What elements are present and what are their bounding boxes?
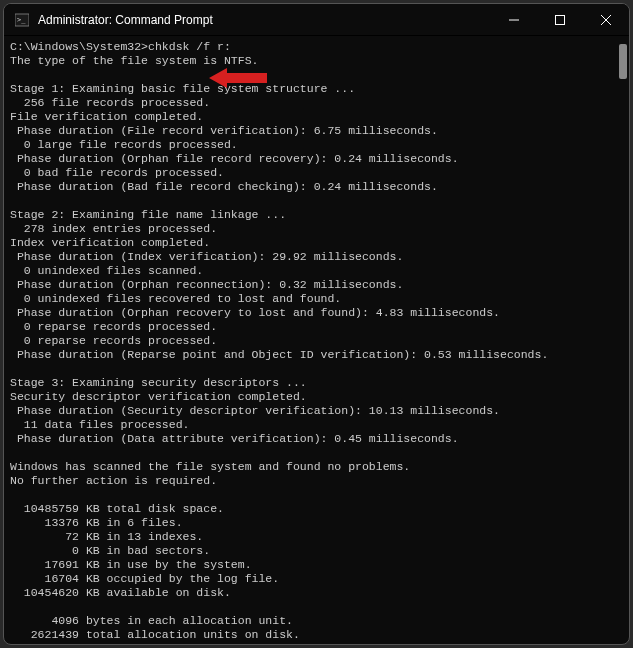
output-line: Phase duration (Orphan file record recov… (10, 152, 459, 165)
svg-rect-3 (556, 16, 565, 25)
terminal-area: C:\Windows\System32>chkdsk /f r: The typ… (4, 36, 629, 644)
window-title: Administrator: Command Prompt (38, 13, 491, 27)
output-line: Phase duration (Orphan reconnection): 0.… (10, 278, 403, 291)
output-line: 0 reparse records processed. (10, 320, 217, 333)
output-line: 256 file records processed. (10, 96, 210, 109)
output-line: 2621439 total allocation units on disk. (10, 628, 300, 641)
prompt-line-1: C:\Windows\System32>chkdsk /f r: (10, 40, 231, 53)
output-line: 0 unindexed files scanned. (10, 264, 203, 277)
command-prompt-window: >_ Administrator: Command Prompt C:\Wind… (3, 3, 630, 645)
output-line: 10454620 KB available on disk. (10, 586, 231, 599)
output-line: No further action is required. (10, 474, 217, 487)
output-line: Phase duration (Index verification): 29.… (10, 250, 403, 263)
output-line: Index verification completed. (10, 236, 210, 249)
minimize-button[interactable] (491, 4, 537, 36)
output-line: 4096 bytes in each allocation unit. (10, 614, 293, 627)
titlebar[interactable]: >_ Administrator: Command Prompt (4, 4, 629, 36)
output-line: 0 bad file records processed. (10, 166, 224, 179)
output-line: 13376 KB in 6 files. (10, 516, 183, 529)
output-line: Phase duration (Security descriptor veri… (10, 404, 500, 417)
output-line: Phase duration (File record verification… (10, 124, 438, 137)
output-line: 72 KB in 13 indexes. (10, 530, 203, 543)
output-line: Phase duration (Orphan recovery to lost … (10, 306, 500, 319)
terminal-output[interactable]: C:\Windows\System32>chkdsk /f r: The typ… (4, 36, 629, 644)
output-line: 0 unindexed files recovered to lost and … (10, 292, 341, 305)
output-line: Stage 2: Examining file name linkage ... (10, 208, 286, 221)
output-line: 10485759 KB total disk space. (10, 502, 224, 515)
output-line: Stage 3: Examining security descriptors … (10, 376, 307, 389)
output-line: 0 large file records processed. (10, 138, 238, 151)
output-line: File verification completed. (10, 110, 203, 123)
output-line: Phase duration (Bad file record checking… (10, 180, 438, 193)
output-line: Phase duration (Reparse point and Object… (10, 348, 548, 361)
scrollbar-thumb[interactable] (619, 44, 627, 79)
output-line: 0 reparse records processed. (10, 334, 217, 347)
svg-text:>_: >_ (17, 16, 26, 24)
output-line: Security descriptor verification complet… (10, 390, 307, 403)
output-line: 17691 KB in use by the system. (10, 558, 252, 571)
cmd-icon: >_ (14, 12, 30, 28)
output-line: Windows has scanned the file system and … (10, 460, 410, 473)
close-button[interactable] (583, 4, 629, 36)
output-line: 11 data files processed. (10, 418, 189, 431)
output-line: Stage 1: Examining basic file system str… (10, 82, 355, 95)
output-line: Phase duration (Data attribute verificat… (10, 432, 459, 445)
maximize-button[interactable] (537, 4, 583, 36)
output-line: The type of the file system is NTFS. (10, 54, 258, 67)
output-line: 2613655 allocation units available on di… (10, 642, 327, 644)
window-controls (491, 4, 629, 35)
output-line: 278 index entries processed. (10, 222, 217, 235)
output-line: 0 KB in bad sectors. (10, 544, 210, 557)
output-line: 16704 KB occupied by the log file. (10, 572, 279, 585)
